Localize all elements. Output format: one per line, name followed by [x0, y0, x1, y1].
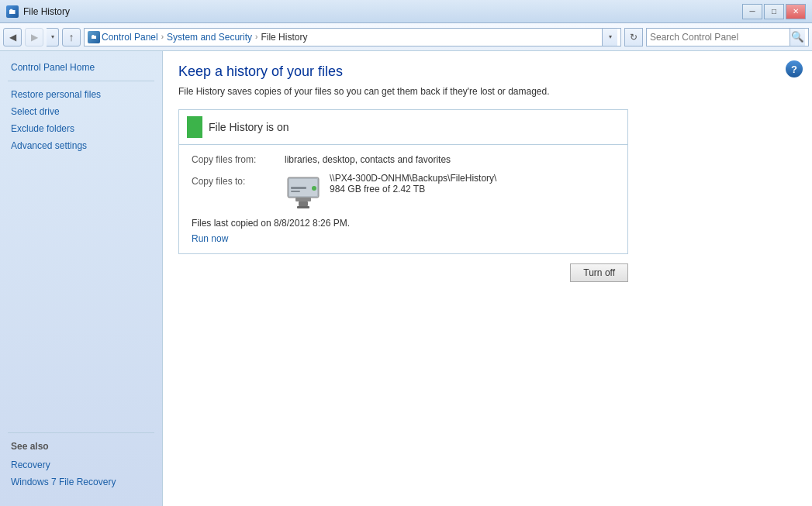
copy-to-label: Copy files to: [192, 173, 285, 187]
copy-from-label: Copy files from: [192, 154, 285, 165]
page-title: Keep a history of your files [178, 64, 796, 80]
turn-off-area: Turn off [178, 263, 628, 282]
window-title: File History [23, 6, 70, 17]
minimize-button[interactable]: ─ [742, 4, 762, 19]
sidebar-item-exclude-folders[interactable]: Exclude folders [0, 120, 162, 137]
svg-rect-6 [299, 201, 308, 206]
page-description: File History saves copies of your files … [178, 86, 796, 97]
main-layout: Control Panel Home Restore personal file… [0, 51, 812, 506]
breadcrumb-system-security[interactable]: System and Security [167, 32, 252, 43]
title-bar-buttons: ─ □ ✕ [742, 4, 806, 19]
sidebar-bottom: See also Recovery Windows 7 File Recover… [0, 428, 162, 498]
drive-icon [285, 173, 322, 210]
breadcrumb-control-panel[interactable]: Control Panel [102, 32, 158, 43]
svg-rect-2 [291, 187, 306, 189]
sidebar-divider-2 [8, 432, 154, 433]
last-copied-section: Files last copied on 8/8/2012 8:26 PM. R… [192, 218, 615, 244]
sidebar-item-select-drive[interactable]: Select drive [0, 103, 162, 120]
copy-from-value: libraries, desktop, contacts and favorit… [285, 154, 451, 165]
sidebar-item-control-panel-home[interactable]: Control Panel Home [0, 59, 162, 76]
search-box: 🔍 [646, 28, 809, 46]
nav-bar: ◀ ▶ ▾ ↑ 🖿 Control Panel › System and Sec… [0, 23, 812, 51]
back-button[interactable]: ◀ [3, 28, 22, 46]
close-button[interactable]: ✕ [786, 4, 806, 19]
run-now-link[interactable]: Run now [192, 233, 615, 244]
address-bar: 🖿 Control Panel › System and Security › … [84, 28, 621, 46]
sidebar: Control Panel Home Restore personal file… [0, 51, 163, 506]
search-button[interactable]: 🔍 [790, 29, 805, 46]
sidebar-item-windows7-file-recovery[interactable]: Windows 7 File Recovery [0, 473, 162, 491]
file-history-body: Copy files from: libraries, desktop, con… [179, 145, 627, 253]
sidebar-item-advanced-settings[interactable]: Advanced settings [0, 137, 162, 154]
file-history-header: File History is on [179, 110, 627, 145]
forward-button[interactable]: ▶ [25, 28, 43, 46]
history-dropdown-button[interactable]: ▾ [47, 28, 59, 46]
address-icon: 🖿 [88, 31, 100, 43]
up-button[interactable]: ↑ [62, 28, 81, 46]
window-icon: 🖿 [6, 5, 19, 18]
copy-from-row: Copy files from: libraries, desktop, con… [192, 154, 615, 165]
search-input[interactable] [650, 32, 790, 43]
drive-info: \\PX4-300D-ONHM\Backups\FileHistory\ 984… [330, 173, 496, 194]
svg-rect-7 [297, 206, 309, 208]
address-dropdown-button[interactable]: ▾ [602, 29, 617, 46]
file-history-status-text: File History is on [209, 121, 289, 133]
breadcrumb-sep-2: › [255, 33, 257, 41]
svg-rect-3 [291, 191, 300, 192]
status-indicator-bar [187, 116, 202, 138]
content-area: ? Keep a history of your files File Hist… [163, 51, 812, 506]
sidebar-item-restore-personal-files[interactable]: Restore personal files [0, 86, 162, 103]
breadcrumb-sep-1: › [161, 33, 164, 41]
last-copied-text: Files last copied on 8/8/2012 8:26 PM. [192, 218, 615, 229]
turn-off-button[interactable]: Turn off [570, 263, 628, 282]
refresh-button[interactable]: ↻ [624, 28, 643, 46]
file-history-status-box: File History is on Copy files from: libr… [178, 109, 628, 254]
drive-svg [285, 173, 322, 210]
copy-to-row: Copy files to: [192, 173, 615, 210]
copy-to-space: 984 GB free of 2.42 TB [330, 184, 496, 194]
copy-to-path: \\PX4-300D-ONHM\Backups\FileHistory\ [330, 173, 496, 184]
maximize-button[interactable]: □ [764, 4, 784, 19]
sidebar-item-recovery[interactable]: Recovery [0, 456, 162, 473]
breadcrumb-current: File History [261, 32, 307, 43]
help-button[interactable]: ? [786, 60, 803, 77]
see-also-heading: See also [0, 438, 162, 455]
svg-point-4 [312, 186, 316, 191]
sidebar-divider-1 [8, 81, 154, 81]
title-bar-left: 🖿 File History [6, 5, 70, 18]
copy-to-content: \\PX4-300D-ONHM\Backups\FileHistory\ 984… [285, 173, 496, 210]
svg-rect-5 [295, 198, 311, 201]
title-bar: 🖿 File History ─ □ ✕ [0, 0, 812, 23]
